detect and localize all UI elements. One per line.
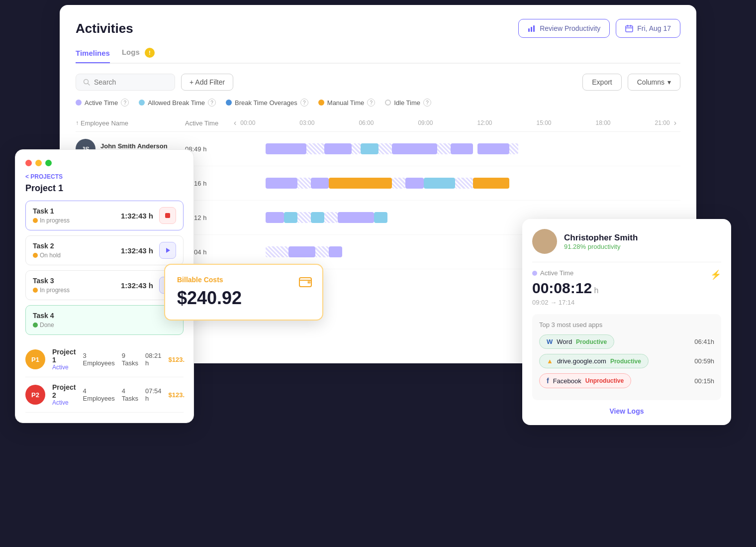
bar-segment	[361, 143, 378, 154]
break-overages-help[interactable]: ?	[300, 99, 308, 107]
billable-costs-card: Billable Costs $240.92	[164, 264, 323, 321]
back-to-projects[interactable]: < PROJECTS	[25, 173, 184, 180]
tab-timelines[interactable]: Timelines	[76, 49, 110, 63]
legend-row: Active Time ? Allowed Break Time ? Break…	[76, 99, 680, 107]
review-productivity-button[interactable]: Review Productivity	[518, 19, 610, 38]
list-item[interactable]: Task 2 On hold 1:32:43 h	[25, 235, 184, 265]
manual-time-help[interactable]: ?	[367, 99, 375, 107]
header-buttons: Review Productivity Fri, Aug 17	[518, 19, 680, 38]
smith-header: Christopher Smith 91.28% productivity	[532, 229, 721, 254]
add-filter-button[interactable]: + Add Filter	[181, 74, 233, 91]
bar-hatched	[306, 143, 324, 154]
svg-marker-10	[166, 248, 170, 253]
bar-hatched	[378, 143, 392, 154]
bar-hatched	[392, 178, 405, 189]
bar-hatched	[437, 143, 451, 154]
svg-rect-1	[531, 27, 532, 32]
allowed-break-dot	[139, 100, 145, 106]
app-item-facebook: f Facebook Unproductive 00:15h	[539, 373, 714, 388]
bar-hatched	[324, 212, 338, 223]
word-icon: W	[547, 338, 553, 345]
project-title: Project 1	[25, 183, 184, 194]
drive-time: 00:59h	[694, 357, 714, 365]
bar-segment	[288, 246, 315, 257]
time-markers: 00:00 03:00 06:00 09:00 12:00 15:00 18:0…	[240, 119, 669, 126]
bar-segment	[374, 212, 387, 223]
list-item[interactable]: Task 3 In progress 1:32:43 h	[25, 270, 184, 300]
app-item-drive: ▲ drive.google.com Productive 00:59h	[539, 354, 714, 368]
active-time-value: 00:08:12	[532, 280, 592, 296]
minimize-button[interactable]	[35, 160, 42, 166]
timeline-prev[interactable]: ‹	[230, 118, 240, 127]
status-dot	[33, 288, 38, 293]
bar-segment	[329, 178, 392, 189]
lightning-icon: ⚡	[710, 269, 721, 280]
columns-button[interactable]: Columns ▾	[628, 74, 680, 91]
task-play-button[interactable]	[159, 242, 176, 259]
svg-rect-3	[626, 26, 633, 32]
chevron-down-icon: ▾	[667, 78, 671, 86]
svg-point-14	[308, 282, 310, 283]
allowed-break-help[interactable]: ?	[208, 99, 216, 107]
list-item[interactable]: P1 Project 1 Active 3 Employees 9 Tasks …	[25, 342, 184, 377]
bar-segment	[311, 178, 329, 189]
legend-break-overages: Break Time Overages ?	[226, 99, 308, 107]
list-item[interactable]: Task 4 Done	[25, 305, 184, 335]
app-item-word: W Word Productive 06:41h	[539, 334, 714, 349]
status-dot	[33, 323, 38, 328]
facebook-icon: f	[547, 377, 549, 385]
bar-segment	[266, 143, 306, 154]
status-dot	[33, 218, 38, 223]
date-button[interactable]: Fri, Aug 17	[616, 19, 680, 38]
svg-line-8	[88, 84, 90, 86]
drive-icon: ▲	[547, 357, 553, 365]
chart-icon	[528, 24, 536, 32]
apps-title: Top 3 most used apps	[539, 321, 714, 328]
apps-section: Top 3 most used apps W Word Productive 0…	[532, 314, 721, 400]
bar-hatched	[352, 143, 361, 154]
divider	[532, 262, 721, 262]
bar-segment	[338, 212, 374, 223]
task-stop-button[interactable]	[159, 207, 176, 224]
maximize-button[interactable]	[45, 160, 52, 166]
search-box[interactable]	[76, 74, 175, 91]
facebook-time: 00:15h	[694, 377, 714, 385]
project-avatar-1: P1	[25, 349, 45, 369]
svg-rect-9	[165, 213, 170, 218]
search-input[interactable]	[94, 78, 159, 86]
active-time-dot	[532, 271, 537, 276]
timeline-next[interactable]: ›	[670, 118, 680, 127]
timeline-bar-1	[230, 142, 680, 156]
logs-badge: !	[145, 48, 155, 58]
bar-segment	[329, 246, 342, 257]
bar-hatched	[297, 212, 311, 223]
main-header: Activities Review Productivity Fri, Aug …	[76, 19, 680, 38]
active-time-section: Active Time 00:08:12 h 09:02 → 17:14 ⚡	[532, 269, 721, 306]
legend-manual-time: Manual Time ?	[318, 99, 375, 107]
bar-segment	[405, 178, 423, 189]
avatar	[532, 229, 557, 254]
bar-hatched	[509, 143, 518, 154]
sort-arrow-up[interactable]: ↑	[76, 119, 79, 126]
list-item[interactable]: P2 Project 2 Active 4 Employees 4 Tasks …	[25, 377, 184, 413]
svg-rect-0	[528, 28, 530, 32]
view-logs-link[interactable]: View Logs	[532, 407, 721, 415]
tabs-row: Timelines Logs !	[76, 48, 680, 64]
close-button[interactable]	[25, 160, 32, 166]
wallet-icon	[298, 275, 312, 292]
list-item[interactable]: Task 1 In progress 1:32:43 h	[25, 201, 184, 230]
manual-time-dot	[318, 100, 324, 106]
col-header-employee: ↑ Employee Name	[76, 119, 185, 127]
timeline-bar-2	[230, 176, 680, 190]
active-time-help[interactable]: ?	[121, 99, 129, 107]
search-icon	[83, 79, 90, 86]
export-button[interactable]: Export	[582, 74, 621, 91]
facebook-badge: f Facebook Unproductive	[539, 373, 631, 388]
tab-logs[interactable]: Logs !	[122, 48, 155, 64]
bar-segment	[266, 212, 284, 223]
billable-label: Billable Costs	[177, 276, 310, 284]
stop-icon	[165, 213, 171, 219]
billable-amount: $240.92	[177, 288, 310, 309]
idle-time-help[interactable]: ?	[423, 99, 431, 107]
legend-idle-time: Idle Time ?	[385, 99, 431, 107]
